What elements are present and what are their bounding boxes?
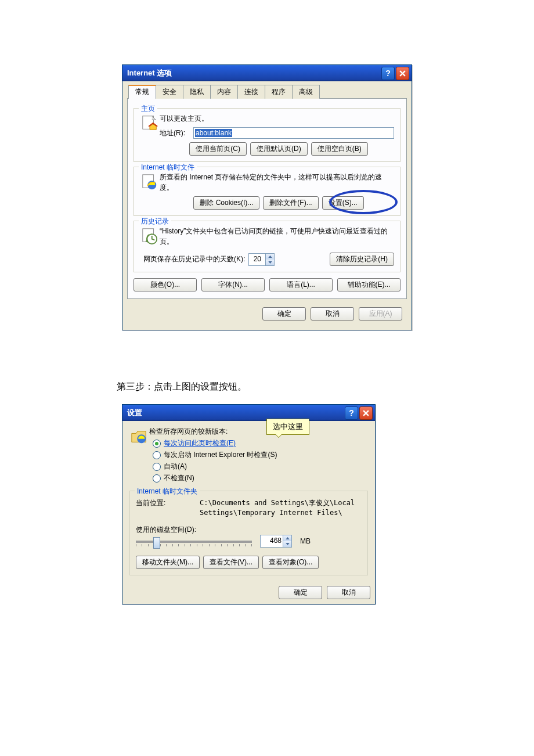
temp-folder-fieldset: Internet 临时文件夹 当前位置: C:\Documents and Se… — [129, 491, 368, 575]
apply-button[interactable]: 应用(A) — [359, 307, 402, 321]
history-fieldset: 历史记录 “History”文件夹中包含有 — [134, 221, 400, 272]
titlebar[interactable]: 设置 ? — [122, 405, 375, 421]
radio-label: 每次访问此页时检查(E) — [164, 438, 236, 448]
svg-marker-6 — [268, 255, 272, 258]
radio-every-start[interactable]: 每次启动 Internet Explorer 时检查(S) — [153, 450, 368, 460]
tab-privacy[interactable]: 隐私 — [183, 85, 211, 99]
cancel-button[interactable]: 取消 — [327, 586, 370, 599]
ok-button[interactable]: 确定 — [262, 307, 306, 321]
help-button[interactable]: ? — [381, 67, 395, 80]
spinner-up[interactable] — [283, 535, 291, 541]
clear-history-button[interactable]: 清除历史记录(H) — [330, 253, 394, 266]
languages-button[interactable]: 语言(L)... — [269, 278, 333, 291]
settings-body: 选中这里 检查所存网页的较新版本: 每次访问此页时检查(E) — [122, 421, 375, 575]
loc-value: C:\Documents and Settings\李俊义\Local Sett… — [200, 498, 362, 518]
disk-slider[interactable] — [136, 541, 252, 543]
fonts-button[interactable]: 字体(N)... — [201, 278, 265, 291]
use-current-button[interactable]: 使用当前页(C) — [189, 142, 247, 156]
loc-label: 当前位置: — [136, 498, 200, 518]
tabs: 常规 安全 隐私 内容 连接 程序 高级 — [127, 85, 407, 99]
spinner-down[interactable] — [265, 260, 274, 265]
svg-marker-10 — [286, 543, 289, 545]
settings-button[interactable]: 设置(S)... — [322, 196, 364, 210]
disk-unit: MB — [300, 537, 311, 545]
step-text: 第三步：点击上图的设置按钮。 — [117, 381, 247, 393]
ie-icon — [140, 172, 160, 190]
days-label: 网页保存在历史记录中的天数(K): — [143, 254, 245, 264]
homepage-fieldset: 主页 可以更改主页。 — [134, 108, 400, 162]
slider-thumb[interactable] — [153, 537, 160, 549]
disk-value: 468 — [261, 535, 283, 547]
history-legend: 历史记录 — [139, 217, 171, 226]
tab-programs[interactable]: 程序 — [265, 85, 293, 99]
use-default-button[interactable]: 使用默认页(D) — [250, 142, 308, 156]
close-button[interactable] — [396, 67, 409, 80]
accessibility-button[interactable]: 辅助功能(E)... — [337, 278, 400, 291]
check-label: 检查所存网页的较新版本: — [149, 427, 368, 437]
temp-files-fieldset: Internet 临时文件 所查看的 Internet 页存储在特定的文件夹 — [134, 167, 400, 216]
tab-panel-general: 主页 可以更改主页。 — [127, 98, 407, 299]
disk-label: 使用的磁盘空间(D): — [136, 525, 362, 535]
settings-dialog: 设置 ? 选中这里 检查所存网页的较新版本: — [122, 404, 376, 604]
delete-files-button[interactable]: 删除文件(F)... — [263, 196, 318, 210]
use-blank-button[interactable]: 使用空白页(B) — [311, 142, 368, 156]
temp-legend: Internet 临时文件 — [139, 163, 197, 172]
radio-label: 不检查(N) — [164, 473, 194, 483]
spinner-down[interactable] — [283, 541, 291, 547]
radio-never[interactable]: 不检查(N) — [153, 473, 368, 483]
tab-content[interactable]: 内容 — [210, 85, 238, 99]
address-value: about:blank — [195, 129, 232, 137]
tab-security[interactable]: 安全 — [156, 85, 183, 99]
address-input[interactable]: about:blank — [193, 127, 394, 139]
tab-general[interactable]: 常规 — [128, 85, 156, 99]
close-button[interactable] — [359, 406, 373, 420]
move-folder-button[interactable]: 移动文件夹(M)... — [136, 556, 200, 569]
homepage-legend: 主页 — [139, 104, 157, 114]
tab-connections[interactable]: 连接 — [237, 85, 265, 99]
radio-label: 每次启动 Internet Explorer 时检查(S) — [164, 450, 277, 460]
radio-auto[interactable]: 自动(A) — [153, 462, 368, 471]
view-files-button[interactable]: 查看文件(V)... — [203, 556, 259, 569]
ie-folder-icon — [129, 427, 149, 445]
callout: 选中这里 — [266, 419, 309, 435]
home-desc: 可以更改主页。 — [160, 113, 394, 124]
address-label: 地址(R): — [160, 128, 193, 138]
temp-folder-legend: Internet 临时文件夹 — [135, 487, 200, 496]
days-spinner[interactable]: 20 — [248, 253, 275, 266]
view-objects-button[interactable]: 查看对象(O)... — [262, 556, 319, 569]
days-value: 20 — [249, 254, 265, 265]
home-icon — [140, 113, 160, 132]
titlebar[interactable]: Internet 选项 ? — [122, 65, 412, 81]
svg-marker-9 — [286, 537, 289, 539]
delete-cookies-button[interactable]: 删除 Cookies(I)... — [193, 196, 259, 210]
radio-every-visit[interactable]: 每次访问此页时检查(E) — [153, 438, 368, 448]
disk-spinner[interactable]: 468 — [260, 535, 292, 548]
spinner-up[interactable] — [265, 254, 274, 260]
internet-options-dialog: Internet 选项 ? 常规 安全 隐私 内容 连接 程序 高级 主页 — [122, 64, 412, 330]
radio-label: 自动(A) — [164, 462, 187, 471]
history-icon — [140, 226, 160, 244]
help-button[interactable]: ? — [345, 406, 358, 420]
history-desc: “History”文件夹中包含有已访问页的链接，可使用户快速访问最近查看过的页。 — [160, 226, 394, 247]
title-text: Internet 选项 — [127, 68, 380, 78]
ok-button[interactable]: 确定 — [279, 586, 322, 599]
title-text: 设置 — [127, 408, 344, 418]
temp-desc: 所查看的 Internet 页存储在特定的文件夹中，这样可以提高以后浏览的速度。 — [160, 172, 394, 193]
colors-button[interactable]: 颜色(O)... — [134, 278, 197, 291]
cancel-button[interactable]: 取消 — [311, 307, 354, 321]
svg-marker-7 — [268, 261, 272, 264]
tab-advanced[interactable]: 高级 — [292, 85, 320, 99]
